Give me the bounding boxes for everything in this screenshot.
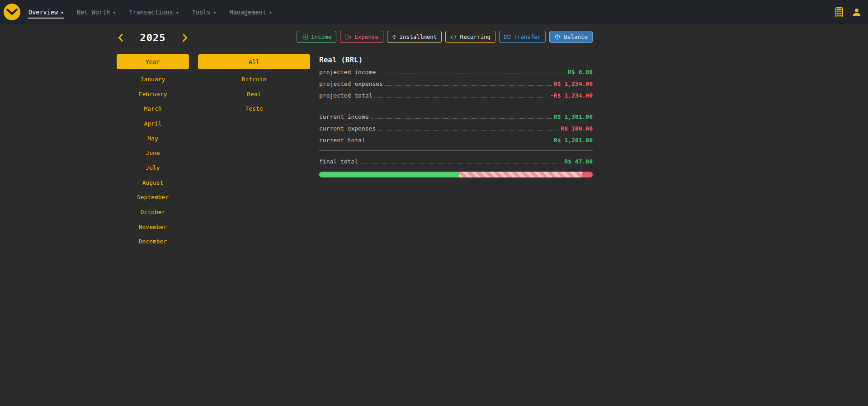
chevron-down-icon: ▾: [213, 10, 216, 15]
current-year-label: 2025: [140, 32, 166, 43]
row-label: current income: [319, 113, 369, 120]
nav-item-label: Transactions: [129, 9, 173, 16]
income-filter-button[interactable]: Income: [297, 31, 336, 43]
summary-row-projected-income: projected income R$ 0.00: [319, 66, 593, 78]
main-content: 2025 Year January February March April M…: [0, 24, 868, 249]
wallets-list: Bitcoin Real Teste: [198, 72, 310, 116]
period-selector-column: 2025 Year January February March April M…: [117, 31, 189, 249]
row-label: projected income: [319, 69, 376, 75]
filter-label: Installment: [400, 33, 437, 40]
row-label: current total: [319, 137, 365, 144]
filter-label: Balance: [564, 33, 588, 40]
year-navigator: 2025: [117, 31, 189, 44]
nav-item-management[interactable]: Management ▾: [229, 6, 273, 19]
month-item-july[interactable]: July: [117, 160, 189, 175]
dotted-leader: [371, 118, 552, 119]
balance-filter-button[interactable]: Balance: [549, 31, 593, 43]
month-item-october[interactable]: October: [117, 205, 189, 219]
user-icon[interactable]: [852, 7, 862, 17]
row-label: projected expenses: [319, 80, 383, 87]
dotted-leader: [360, 163, 562, 163]
chevron-down-icon: ▾: [61, 10, 63, 15]
nav-item-tools[interactable]: Tools ▾: [191, 6, 217, 19]
month-item-june[interactable]: June: [117, 145, 189, 160]
box-arrow-in-right-icon: [302, 34, 308, 40]
app-logo-icon[interactable]: [4, 4, 20, 20]
summary-row-projected-total: projected total -R$ 1,234.00: [319, 89, 593, 101]
progress-segment-income: [319, 172, 459, 177]
divide-icon: ÷: [392, 34, 396, 40]
month-item-march[interactable]: March: [117, 101, 189, 116]
expense-filter-button[interactable]: Expense: [340, 31, 383, 43]
nav-item-label: Tools: [192, 9, 211, 16]
all-wallets-button[interactable]: All: [198, 54, 310, 69]
row-value: R$ 1,381.00: [554, 113, 593, 120]
nav-item-transactions[interactable]: Transactions ▾: [128, 6, 179, 19]
chevron-down-icon: ▾: [176, 10, 179, 15]
spacer: [198, 31, 310, 54]
dotted-leader: [368, 142, 552, 142]
navbar-right-actions: [834, 7, 862, 17]
summary-panel: Income Expense ÷ Installment: [319, 31, 593, 177]
dotted-leader: [374, 97, 548, 98]
arrow-repeat-icon: [450, 34, 457, 40]
chevron-down-icon: ▾: [113, 10, 115, 15]
month-item-may[interactable]: May: [117, 131, 189, 146]
nav-item-net-worth[interactable]: Net Worth ▾: [76, 6, 116, 19]
row-label: projected total: [319, 92, 372, 99]
top-navbar: Overview ▾ Net Worth ▾ Transactions ▾ To…: [0, 0, 868, 24]
recurring-filter-button[interactable]: Recurring: [445, 31, 495, 43]
nav-item-label: Net Worth: [77, 9, 110, 16]
months-list: January February March April May June Ju…: [117, 72, 189, 249]
section-divider: [319, 150, 593, 151]
summary-row-projected-expenses: projected expenses R$ 1,234.00: [319, 78, 593, 89]
summary-row-current-expenses: current expenses R$ 100.00: [319, 122, 593, 134]
wallet-item-teste[interactable]: Teste: [198, 101, 310, 116]
filter-label: Income: [311, 33, 331, 40]
dotted-leader: [378, 74, 566, 74]
summary-row-current-total: current total R$ 1,281.00: [319, 134, 593, 146]
dotted-leader: [385, 85, 552, 86]
dotted-leader: [378, 130, 558, 131]
month-item-april[interactable]: April: [117, 116, 189, 131]
month-item-december[interactable]: December: [117, 234, 189, 249]
filter-label: Transfer: [514, 33, 541, 40]
calculator-icon[interactable]: [834, 7, 844, 17]
nav-item-overview[interactable]: Overview ▾: [28, 6, 64, 19]
nav-item-label: Management: [230, 9, 266, 16]
cash-transfer-icon: [504, 34, 510, 40]
summary-row-final-total: final total R$ 47.00: [319, 155, 593, 167]
filter-label: Recurring: [460, 33, 491, 40]
installment-filter-button[interactable]: ÷ Installment: [387, 31, 442, 43]
summary-rows: projected income R$ 0.00 projected expen…: [319, 66, 593, 177]
row-value: R$ 1,234.00: [554, 80, 593, 87]
previous-year-button[interactable]: [117, 33, 124, 42]
transfer-filter-button[interactable]: Transfer: [499, 31, 546, 43]
row-value: -R$ 1,234.00: [550, 92, 593, 99]
chevron-down-icon: ▾: [269, 10, 272, 15]
balance-scale-icon: [554, 34, 561, 40]
wallet-item-real[interactable]: Real: [198, 87, 310, 102]
month-item-february[interactable]: February: [117, 87, 189, 102]
row-label: current expenses: [319, 125, 376, 132]
progress-segment-expense-solid: [582, 172, 593, 177]
row-value: R$ 100.00: [561, 125, 593, 132]
summary-row-current-income: current income R$ 1,381.00: [319, 111, 593, 122]
month-item-january[interactable]: January: [117, 72, 189, 87]
currency-section-title: Real (BRL): [319, 56, 593, 64]
month-item-august[interactable]: August: [117, 175, 189, 190]
year-view-button[interactable]: Year: [117, 54, 189, 69]
next-year-button[interactable]: [182, 33, 189, 42]
row-value: R$ 0.00: [568, 69, 593, 75]
wallet-item-bitcoin[interactable]: Bitcoin: [198, 72, 310, 87]
wallet-selector-column: All Bitcoin Real Teste: [198, 31, 310, 116]
month-item-november[interactable]: November: [117, 219, 189, 234]
section-divider: [319, 106, 593, 106]
box-arrow-right-icon: [345, 34, 351, 40]
progress-segment-expense-striped: [459, 172, 582, 177]
month-item-september[interactable]: September: [117, 190, 189, 205]
row-value: R$ 1,281.00: [554, 137, 593, 144]
nav-item-label: Overview: [28, 9, 58, 16]
filter-label: Expense: [354, 33, 378, 40]
nav-menu: Overview ▾ Net Worth ▾ Transactions ▾ To…: [28, 0, 273, 24]
